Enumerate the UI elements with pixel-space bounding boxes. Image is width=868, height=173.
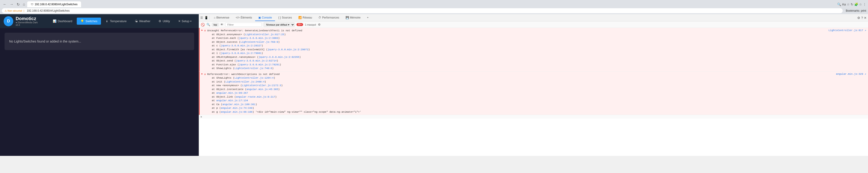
stack-link[interactable]: LightsController.js:768:9: [241, 41, 278, 44]
console-settings-icon[interactable]: ⚙: [318, 23, 321, 26]
stack-line-1-7: at XMLHttpRequest.<anonymous> (jquery-3.…: [212, 55, 827, 59]
stack-line-1-8: at Object.send (jquery-3.6.0.min.js:2:82…: [212, 59, 827, 63]
forward-button[interactable]: →: [9, 2, 14, 7]
browser-tab[interactable]: 🛡 192.168.0.42:8080/#/LightSwitches: [27, 1, 81, 7]
console-sub-toolbar: 🚫 🔍 top 👁 Niveaux par défaut ▾ 99+ 1 mas…: [199, 22, 868, 28]
dashboard-icon: 📊: [53, 20, 56, 23]
error-source-link-2[interactable]: angular.min.js:329 ↗: [836, 73, 866, 76]
devtools-tab-bienvenue[interactable]: ⌂ Bienvenue: [211, 15, 232, 21]
stack-link[interactable]: jquery-3.6.0.min.js:2:78291: [239, 63, 280, 66]
extension-icon[interactable]: 🧩: [854, 2, 858, 6]
devtools-help-icon[interactable]: ?: [861, 16, 863, 20]
stack-line-1-2: at Function.each (jquery-3.6.0.min.js:2:…: [212, 36, 827, 40]
stack-line-1-4: at c (jquery-3.6.0.min.js:2:28327): [212, 44, 827, 48]
nav-weather[interactable]: 🌤 Weather: [131, 18, 154, 25]
network-icon: 📶: [298, 16, 302, 19]
top-context-selector[interactable]: top: [212, 23, 219, 27]
console-filter-input[interactable]: [225, 23, 262, 27]
more-icon[interactable]: ⋮: [863, 2, 866, 6]
memory-icon: 💾: [346, 16, 349, 19]
stack-link[interactable]: LightsController.js:817:25: [245, 33, 284, 36]
nav-switches[interactable]: 💡 Switches: [77, 18, 101, 25]
nav-temperature[interactable]: 🌡 Temperature: [102, 18, 130, 25]
stack-link[interactable]: jquery-3.6.0.min.js:2:82714: [236, 59, 277, 62]
stack-link[interactable]: angular.min.js:99:267: [216, 92, 248, 94]
level-select[interactable]: Niveaux par défaut ▾: [264, 22, 294, 27]
nav-setup[interactable]: ✕ Setup ▾: [175, 18, 195, 25]
stack-link[interactable]: jquery-3.6.0.min.js:2:82355: [258, 56, 299, 58]
stack-link[interactable]: jquery-3.6.0.min.js:2:3003: [239, 37, 278, 39]
expand-arrow-icon[interactable]: ▶: [201, 116, 202, 118]
refresh-button[interactable]: ↻: [16, 2, 21, 7]
bookmarks-label[interactable]: Bookmarks: [846, 9, 860, 12]
devtools-tab-bar: ☰ 📱 ⌂ Bienvenue </> Éléments ▣ Console {…: [199, 14, 868, 22]
stack-link[interactable]: LightsController.js:1264:4: [235, 77, 274, 79]
stack-link[interactable]: angular-route.min.js:8:217: [236, 95, 275, 98]
stack-link[interactable]: jquery-3.6.0.min.js:2:28327: [221, 44, 261, 47]
stack-link[interactable]: LightsController.js:2400:4: [225, 81, 265, 83]
clear-console-icon[interactable]: 🚫: [201, 23, 205, 27]
console-expand-row[interactable]: ▶: [199, 115, 868, 119]
nav-dashboard[interactable]: 📊 Dashboard: [49, 18, 76, 25]
devtools-tab-elements[interactable]: </> Éléments: [232, 15, 255, 21]
devtools-dock-icon[interactable]: ☰: [200, 16, 204, 20]
performances-icon: ⏱: [318, 16, 321, 19]
bienvenue-icon: ⌂: [214, 16, 215, 19]
no-items-text: No Lights/Switches found or added in the…: [9, 39, 81, 43]
stack-link[interactable]: angular.min.js:100:361: [222, 103, 255, 106]
profile-icon[interactable]: Aa: [842, 2, 846, 6]
back-button[interactable]: ←: [2, 2, 8, 7]
address-text: 192.168.0.42:8080/#/LightSwitches: [27, 9, 840, 12]
console-output: ▶ ⊘ Uncaught ReferenceError: GenerateLiv…: [199, 28, 868, 156]
devtools-tab-sources[interactable]: { } Sources: [275, 15, 295, 21]
devtools-panel: ☰ 📱 ⌂ Bienvenue </> Éléments ▣ Console {…: [199, 14, 868, 156]
devtools-settings-icon[interactable]: ⚙: [857, 16, 860, 20]
devtools-tab-console[interactable]: ▣ Console: [255, 15, 275, 21]
stack-link[interactable]: angular.min.js:74:348: [221, 107, 253, 110]
tab-title: 192.168.0.42:8080/#/LightSwitches: [35, 3, 78, 6]
favorites-icon[interactable]: ☆: [859, 2, 862, 6]
stack-line-2-8: at Ca (angular.min.js:100:361): [212, 103, 835, 107]
logo-text: Domoticz ● ElementMedia Dark v0.3: [16, 16, 41, 26]
sync-icon[interactable]: ↻: [850, 2, 854, 6]
app-nav: 📊 Dashboard 💡 Switches 🌡 Temperature 🌤 W…: [49, 18, 195, 25]
dropdown-arrow: ▾: [190, 20, 191, 22]
filter-icon[interactable]: 🔍: [207, 23, 210, 26]
address-bar[interactable]: ⚠ Non sécurisé | 192.168.0.42:8080/#/Lig…: [2, 8, 843, 13]
eye-icon[interactable]: 👁: [220, 23, 223, 26]
stack-link[interactable]: angular.min.js:45:365: [246, 88, 278, 91]
devtools-tab-add[interactable]: +: [364, 15, 372, 21]
stack-link[interactable]: LightsController.js:2172:3: [242, 84, 281, 87]
search-icon[interactable]: 🔍: [837, 2, 841, 6]
setup-icon: ✕: [178, 20, 181, 23]
stack-link[interactable]: LightsController.js:740:6: [235, 67, 272, 70]
star-icon[interactable]: ☆: [847, 2, 850, 6]
app-area: D Domoticz ● ElementMedia Dark v0.3 📊 Da…: [0, 14, 199, 156]
temperature-icon: 🌡: [105, 20, 108, 23]
elements-icon: </>: [236, 16, 240, 19]
security-warning: ⚠ Non sécurisé |: [5, 9, 25, 12]
stack-line-1-9: at Function.ajax (jquery-3.6.0.min.js:2:…: [212, 63, 827, 67]
stack-link[interactable]: jquery-3.6.0.min.js:2:79901: [221, 52, 261, 55]
print-label[interactable]: print: [861, 9, 866, 12]
logo-name: Domoticz: [16, 16, 41, 21]
devtools-tab-network[interactable]: 📶 Réseau: [295, 15, 315, 21]
error-source-link-1[interactable]: LightsController.js:817 ↗: [829, 29, 866, 32]
devtools-close-icon[interactable]: ✕: [864, 16, 867, 20]
nav-utility[interactable]: ⚙ Utility: [155, 18, 174, 25]
stack-link[interactable]: angular.min.js:66:186: [221, 111, 253, 113]
stack-link[interactable]: jquery-3.6.0.min.js:2:29072: [268, 48, 308, 51]
stack-line-2-4: at Object.instantiate (angular.min.js:45…: [212, 88, 835, 91]
devtools-tab-memory[interactable]: 💾 Mémoire: [342, 15, 364, 21]
stack-link[interactable]: angular.min.js:17:134: [216, 99, 248, 102]
devtools-tab-performances[interactable]: ⏱ Performances: [315, 15, 342, 21]
home-button[interactable]: ⌂: [22, 2, 26, 7]
error-expand-icon-2[interactable]: ▶: [202, 73, 203, 75]
main-area: D Domoticz ● ElementMedia Dark v0.3 📊 Da…: [0, 14, 868, 156]
stack-line-2-6: at Object.link (angular-route.min.js:8:2…: [212, 95, 835, 99]
console-error-1: ▶ ⊘ Uncaught ReferenceError: GenerateLiv…: [199, 28, 868, 71]
error-expand-icon-1[interactable]: ▶: [202, 29, 203, 32]
devtools-device-icon[interactable]: 📱: [204, 16, 209, 20]
sources-icon: { }: [278, 16, 281, 19]
stack-line-1-3: at Object.success (LightsController.js:7…: [212, 40, 827, 44]
